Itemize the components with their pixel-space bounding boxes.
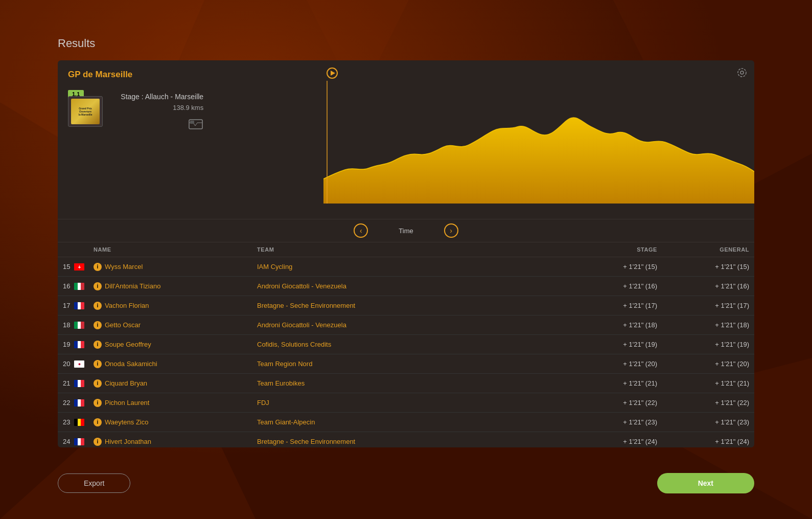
stage-time: + 1'21" (24) xyxy=(565,438,657,445)
race-header: GP de Marseille 1.1 Grand Prix Ouverture… xyxy=(58,60,754,219)
table-header: NAME TEAM STAGE GENERAL xyxy=(58,242,754,257)
flag-it xyxy=(74,283,84,290)
rider-name[interactable]: Getto Oscar xyxy=(105,321,141,329)
next-arrow-icon: › xyxy=(450,227,452,235)
rider-info-icon[interactable]: i xyxy=(94,399,102,407)
rank-number: 24 xyxy=(63,438,70,445)
rider-name[interactable]: Onoda Sakamichi xyxy=(105,360,157,368)
rider-name[interactable]: Dill'Antonia Tiziano xyxy=(105,282,160,290)
rider-name[interactable]: Vachon Florian xyxy=(105,302,149,309)
table-row: 24 i Hivert Jonathan Bretagne - Seche En… xyxy=(58,432,754,447)
rank-number: 20 xyxy=(63,360,70,368)
table-row: 17 i Vachon Florian Bretagne - Seche Env… xyxy=(58,296,754,315)
race-name: GP de Marseille xyxy=(68,70,313,80)
flag-be xyxy=(74,419,84,426)
rider-name[interactable]: Wyss Marcel xyxy=(105,263,143,270)
time-nav-label: Time xyxy=(399,227,413,235)
flag-fr xyxy=(74,438,84,445)
rank-cell: 24 xyxy=(63,438,94,445)
rider-name-cell: i Vachon Florian xyxy=(94,302,257,310)
table-row: 21 i Ciquard Bryan Team Eurobikes + 1'21… xyxy=(58,374,754,393)
next-button[interactable]: Next xyxy=(657,473,754,493)
rank-cell: 22 xyxy=(63,399,94,407)
rank-cell: 20 xyxy=(63,360,94,368)
general-time: + 1'21" (23) xyxy=(657,418,749,426)
general-time: + 1'21" (24) xyxy=(657,438,749,445)
stage-time: + 1'21" (17) xyxy=(565,302,657,309)
flag-fr xyxy=(74,399,84,407)
col-general: GENERAL xyxy=(657,246,749,253)
bottom-bar: Export Next xyxy=(58,473,754,493)
rider-info-icon[interactable]: i xyxy=(94,438,102,446)
general-time: + 1'21" (15) xyxy=(657,263,749,270)
rider-name[interactable]: Soupe Geoffrey xyxy=(105,341,151,348)
col-stage: STAGE xyxy=(565,246,657,253)
svg-point-9 xyxy=(738,69,746,77)
main-card: GP de Marseille 1.1 Grand Prix Ouverture… xyxy=(58,60,754,447)
play-button[interactable] xyxy=(327,67,338,79)
table-body: 15 i Wyss Marcel IAM Cycling + 1'21" (15… xyxy=(58,257,754,447)
col-name: NAME xyxy=(94,246,257,253)
team-name: Cofidis, Solutions Credits xyxy=(257,341,565,348)
rider-name[interactable]: Waeytens Zico xyxy=(105,418,149,426)
prev-arrow-icon: ‹ xyxy=(360,227,362,235)
team-name: Bretagne - Seche Environnement xyxy=(257,302,565,309)
flag-fr xyxy=(74,380,84,387)
stage-time: + 1'21" (20) xyxy=(565,360,657,368)
rider-info-icon[interactable]: i xyxy=(94,282,102,290)
rider-name[interactable]: Ciquard Bryan xyxy=(105,379,147,387)
rider-info-icon[interactable]: i xyxy=(94,379,102,388)
page-title: Results xyxy=(58,37,95,50)
col-team: TEAM xyxy=(257,246,565,253)
rank-cell: 15 xyxy=(63,263,94,270)
rider-info-icon[interactable]: i xyxy=(94,418,102,426)
team-name: Team Giant-Alpecin xyxy=(257,418,565,426)
rider-info-icon[interactable]: i xyxy=(94,341,102,349)
rider-name-cell: i Getto Oscar xyxy=(94,321,257,329)
rider-info-icon[interactable]: i xyxy=(94,360,102,368)
flag-fr xyxy=(74,341,84,348)
table-row: 15 i Wyss Marcel IAM Cycling + 1'21" (15… xyxy=(58,257,754,277)
settings-button[interactable] xyxy=(736,66,748,79)
rank-number: 19 xyxy=(63,341,70,348)
chart-nav: ‹ Time › xyxy=(58,219,754,242)
col-rank xyxy=(63,246,94,253)
settings-icon xyxy=(737,67,747,78)
rank-number: 15 xyxy=(63,263,70,270)
stage-distance: 138.9 kms xyxy=(121,104,203,111)
rider-name-cell: i Waeytens Zico xyxy=(94,418,257,426)
stage-time: + 1'21" (16) xyxy=(565,282,657,290)
rank-cell: 17 xyxy=(63,302,94,309)
flag-jp xyxy=(74,360,84,368)
general-time: + 1'21" (20) xyxy=(657,360,749,368)
elevation-chart xyxy=(323,81,754,204)
general-time: + 1'21" (18) xyxy=(657,321,749,329)
rank-number: 21 xyxy=(63,379,70,387)
rank-number: 23 xyxy=(63,418,70,426)
rider-name-cell: i Onoda Sakamichi xyxy=(94,360,257,368)
table-row: 16 i Dill'Antonia Tiziano Androni Giocat… xyxy=(58,277,754,296)
rider-info-icon[interactable]: i xyxy=(94,321,102,329)
general-time: + 1'21" (21) xyxy=(657,379,749,387)
rider-name[interactable]: Hivert Jonathan xyxy=(105,438,151,445)
rider-name-cell: i Dill'Antonia Tiziano xyxy=(94,282,257,290)
next-nav-button[interactable]: › xyxy=(444,223,458,238)
rank-number: 22 xyxy=(63,399,70,407)
rider-name-cell: i Hivert Jonathan xyxy=(94,438,257,446)
race-logo: Grand Prix Ouverture la Marseille xyxy=(68,96,103,127)
rider-name[interactable]: Pichon Laurent xyxy=(105,399,149,407)
export-button[interactable]: Export xyxy=(58,473,130,493)
map-icon xyxy=(188,119,203,130)
general-time: + 1'21" (22) xyxy=(657,399,749,407)
rider-info-icon[interactable]: i xyxy=(94,302,102,310)
general-time: + 1'21" (19) xyxy=(657,341,749,348)
prev-nav-button[interactable]: ‹ xyxy=(354,223,368,238)
rider-name-cell: i Soupe Geoffrey xyxy=(94,341,257,349)
team-name: Team Eurobikes xyxy=(257,379,565,387)
stage-time: + 1'21" (15) xyxy=(565,263,657,270)
rider-name-cell: i Pichon Laurent xyxy=(94,399,257,407)
flag-it xyxy=(74,322,84,329)
rider-info-icon[interactable]: i xyxy=(94,263,102,271)
race-logo-inner: Grand Prix Ouverture la Marseille xyxy=(71,99,100,124)
table-row: 18 i Getto Oscar Androni Giocattoli - Ve… xyxy=(58,315,754,335)
